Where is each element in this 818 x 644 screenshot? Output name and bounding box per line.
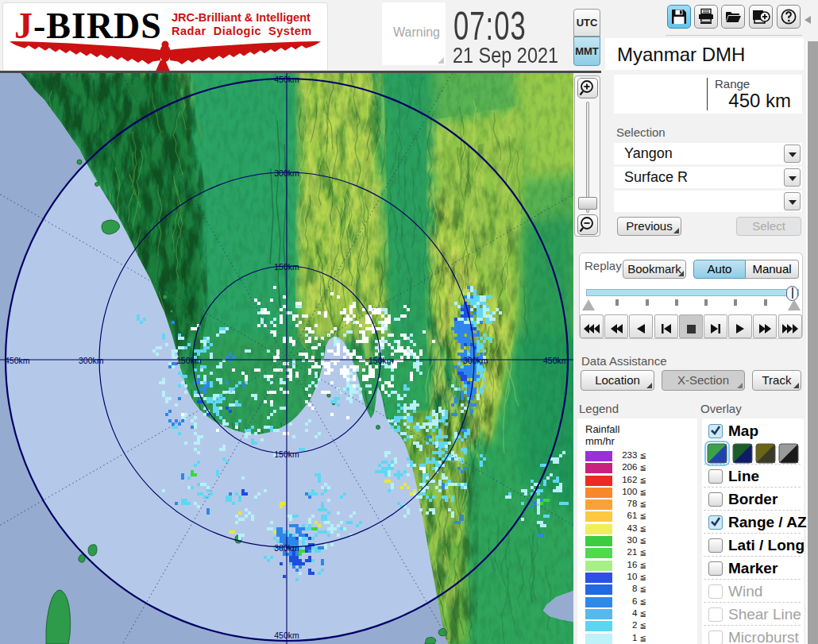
svg-text:150km: 150km <box>274 449 299 459</box>
svg-text:300km: 300km <box>79 356 104 365</box>
svg-text:300km: 300km <box>274 168 299 178</box>
svg-text:450km: 450km <box>274 75 299 84</box>
svg-text:150km: 150km <box>274 262 299 272</box>
svg-text:450km: 450km <box>274 631 299 640</box>
svg-text:300km: 300km <box>463 356 488 365</box>
svg-text:150km: 150km <box>176 356 202 365</box>
svg-text:300km: 300km <box>274 543 299 553</box>
svg-text:150km: 150km <box>368 356 394 365</box>
svg-text:450km: 450km <box>5 356 30 365</box>
svg-text:450km: 450km <box>543 356 569 365</box>
